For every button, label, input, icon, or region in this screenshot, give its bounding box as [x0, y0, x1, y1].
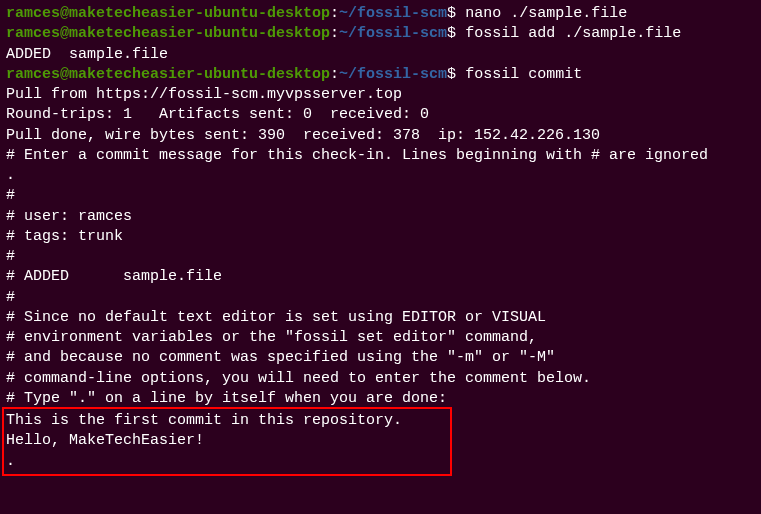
commit-message-highlight: This is the first commit in this reposit… [2, 407, 452, 476]
path: ~/fossil-scm [339, 25, 447, 42]
colon: : [330, 25, 339, 42]
output-editor4: # command-line options, you will need to… [6, 369, 755, 389]
output-added: ADDED sample.file [6, 45, 755, 65]
colon: : [330, 66, 339, 83]
output-pull-done: Pull done, wire bytes sent: 390 received… [6, 126, 755, 146]
dollar: $ [447, 25, 465, 42]
terminal-line-2[interactable]: ramces@maketecheasier-ubuntu-desktop:~/f… [6, 24, 755, 44]
output-hash2: # [6, 247, 755, 267]
terminal-line-3[interactable]: ramces@maketecheasier-ubuntu-desktop:~/f… [6, 65, 755, 85]
terminal-line-1[interactable]: ramces@maketecheasier-ubuntu-desktop:~/f… [6, 4, 755, 24]
commit-msg-end[interactable]: . [6, 452, 448, 472]
output-editor3: # and because no comment was specified u… [6, 348, 755, 368]
output-editor2: # environment variables or the "fossil s… [6, 328, 755, 348]
command-fossil-commit: fossil commit [465, 66, 582, 83]
command-nano: nano ./sample.file [465, 5, 627, 22]
output-hash3: # [6, 288, 755, 308]
user-host: ramces@maketecheasier-ubuntu-desktop [6, 5, 330, 22]
output-tags: # tags: trunk [6, 227, 755, 247]
command-fossil-add: fossil add ./sample.file [465, 25, 681, 42]
user-host: ramces@maketecheasier-ubuntu-desktop [6, 66, 330, 83]
dollar: $ [447, 66, 465, 83]
commit-msg-line2[interactable]: Hello, MakeTechEasier! [6, 431, 448, 451]
colon: : [330, 5, 339, 22]
output-period: . [6, 166, 755, 186]
output-hash1: # [6, 186, 755, 206]
dollar: $ [447, 5, 465, 22]
output-pull-from: Pull from https://fossil-scm.myvpsserver… [6, 85, 755, 105]
output-editor1: # Since no default text editor is set us… [6, 308, 755, 328]
output-round-trips: Round-trips: 1 Artifacts sent: 0 receive… [6, 105, 755, 125]
output-added-file: # ADDED sample.file [6, 267, 755, 287]
user-host: ramces@maketecheasier-ubuntu-desktop [6, 25, 330, 42]
path: ~/fossil-scm [339, 66, 447, 83]
output-comment-header: # Enter a commit message for this check-… [6, 146, 755, 166]
path: ~/fossil-scm [339, 5, 447, 22]
output-user: # user: ramces [6, 207, 755, 227]
output-editor5: # Type "." on a line by itself when you … [6, 389, 755, 409]
commit-msg-line1[interactable]: This is the first commit in this reposit… [6, 411, 448, 431]
